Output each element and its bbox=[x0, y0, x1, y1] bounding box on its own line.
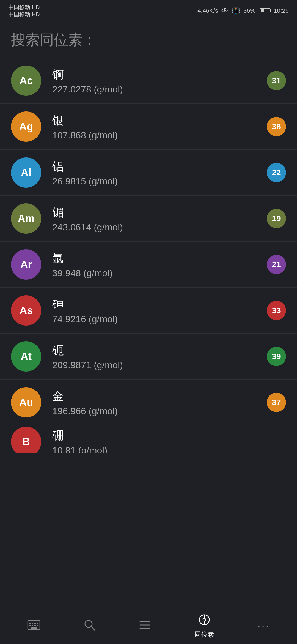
isotope-icon bbox=[198, 614, 210, 628]
isotope-count-badge: 19 bbox=[267, 209, 286, 228]
eye-icon: 👁 bbox=[221, 7, 229, 15]
element-item[interactable]: B硼10.81 (g/mol) bbox=[0, 425, 297, 453]
element-name: 砷 bbox=[52, 297, 267, 312]
svg-line-11 bbox=[91, 627, 95, 630]
svg-rect-1 bbox=[29, 623, 31, 624]
element-item[interactable]: At砈209.9871 (g/mol)39 bbox=[0, 334, 297, 380]
battery-label: 36% bbox=[243, 7, 255, 14]
element-avatar: Au bbox=[11, 387, 41, 417]
element-avatar: Ag bbox=[11, 111, 41, 142]
carrier1-label: 中国移动 HD bbox=[8, 4, 40, 11]
isotope-count-badge: 33 bbox=[267, 301, 286, 320]
element-info: 锕227.0278 (g/mol) bbox=[52, 67, 267, 95]
element-mass: 74.9216 (g/mol) bbox=[52, 314, 267, 324]
nav-more[interactable]: ··· bbox=[249, 617, 278, 635]
element-info: 砷74.9216 (g/mol) bbox=[52, 297, 267, 324]
svg-rect-2 bbox=[32, 623, 33, 624]
element-avatar: As bbox=[11, 295, 41, 326]
element-mass: 10.81 (g/mol) bbox=[52, 445, 286, 453]
element-item[interactable]: Ag银107.868 (g/mol)38 bbox=[0, 104, 297, 150]
element-mass: 227.0278 (g/mol) bbox=[52, 84, 267, 95]
element-avatar: Al bbox=[11, 157, 41, 188]
element-info: 砈209.9871 (g/mol) bbox=[52, 343, 267, 370]
element-name: 金 bbox=[52, 389, 267, 404]
element-mass: 243.0614 (g/mol) bbox=[52, 222, 267, 233]
element-info: 金196.966 (g/mol) bbox=[52, 389, 267, 416]
search-icon bbox=[84, 619, 96, 634]
isotope-count-badge: 39 bbox=[267, 347, 286, 366]
element-info: 镅243.0614 (g/mol) bbox=[52, 205, 267, 233]
element-avatar: Ac bbox=[11, 66, 41, 96]
element-list: Ac锕227.0278 (g/mol)31Ag银107.868 (g/mol)3… bbox=[0, 58, 297, 453]
nav-isotope[interactable]: 同位素 bbox=[186, 611, 222, 642]
search-header: 搜索同位素： bbox=[0, 19, 297, 58]
isotope-count-badge: 38 bbox=[267, 117, 286, 136]
nav-search[interactable] bbox=[75, 616, 104, 636]
list-icon bbox=[139, 620, 151, 633]
element-mass: 107.868 (g/mol) bbox=[52, 130, 267, 141]
element-item[interactable]: Au金196.966 (g/mol)37 bbox=[0, 380, 297, 425]
svg-rect-7 bbox=[34, 625, 36, 626]
carrier2-label: 中国移动 HD bbox=[8, 11, 40, 18]
search-title: 搜索同位素： bbox=[11, 32, 97, 48]
element-mass: 26.9815 (g/mol) bbox=[52, 176, 267, 187]
isotope-count-badge: 37 bbox=[267, 393, 286, 412]
battery-icon bbox=[260, 8, 270, 13]
svg-rect-6 bbox=[32, 625, 33, 626]
isotope-count-badge: 22 bbox=[267, 163, 286, 182]
element-info: 硼10.81 (g/mol) bbox=[52, 428, 286, 453]
bottom-nav: 同位素 ··· bbox=[0, 608, 297, 644]
isotope-count-badge: 21 bbox=[267, 255, 286, 274]
nav-keyboard[interactable] bbox=[19, 617, 49, 635]
carrier-info: 中国移动 HD 中国移动 HD bbox=[8, 4, 40, 18]
element-mass: 196.966 (g/mol) bbox=[52, 406, 267, 416]
element-info: 氩39.948 (g/mol) bbox=[52, 251, 267, 279]
svg-rect-9 bbox=[31, 627, 37, 629]
element-avatar: Am bbox=[11, 203, 41, 234]
element-item[interactable]: Ar氩39.948 (g/mol)21 bbox=[0, 242, 297, 288]
isotope-nav-label: 同位素 bbox=[194, 630, 214, 639]
element-info: 铝26.9815 (g/mol) bbox=[52, 159, 267, 187]
time-label: 10:25 bbox=[274, 7, 289, 14]
svg-point-16 bbox=[203, 618, 206, 621]
svg-rect-4 bbox=[37, 623, 38, 624]
element-mass: 39.948 (g/mol) bbox=[52, 268, 267, 279]
element-item[interactable]: Al铝26.9815 (g/mol)22 bbox=[0, 150, 297, 196]
keyboard-icon bbox=[27, 620, 40, 632]
element-item[interactable]: As砷74.9216 (g/mol)33 bbox=[0, 288, 297, 334]
element-avatar: B bbox=[11, 427, 41, 453]
element-avatar: At bbox=[11, 341, 41, 372]
element-item[interactable]: Ac锕227.0278 (g/mol)31 bbox=[0, 58, 297, 104]
element-avatar: Ar bbox=[11, 249, 41, 280]
element-name: 银 bbox=[52, 113, 267, 128]
more-icon: ··· bbox=[257, 620, 270, 632]
isotope-count-badge: 31 bbox=[267, 71, 286, 90]
element-name: 镅 bbox=[52, 205, 267, 220]
element-name: 砈 bbox=[52, 343, 267, 358]
vibrate-icon: 📳 bbox=[232, 7, 240, 15]
status-right: 4.46K/s 👁 📳 36% 10:25 bbox=[197, 7, 289, 15]
element-name: 硼 bbox=[52, 428, 286, 443]
element-name: 铝 bbox=[52, 159, 267, 174]
element-info: 银107.868 (g/mol) bbox=[52, 113, 267, 141]
element-item[interactable]: Am镅243.0614 (g/mol)19 bbox=[0, 196, 297, 242]
status-bar: 中国移动 HD 中国移动 HD 4.46K/s 👁 📳 36% 10:25 bbox=[0, 0, 297, 19]
element-name: 锕 bbox=[52, 67, 267, 82]
element-mass: 209.9871 (g/mol) bbox=[52, 360, 267, 370]
speed-label: 4.46K/s bbox=[197, 7, 218, 14]
nav-list[interactable] bbox=[131, 617, 159, 636]
svg-rect-5 bbox=[29, 625, 31, 626]
svg-rect-3 bbox=[34, 623, 36, 624]
element-name: 氩 bbox=[52, 251, 267, 266]
svg-rect-8 bbox=[37, 625, 38, 626]
